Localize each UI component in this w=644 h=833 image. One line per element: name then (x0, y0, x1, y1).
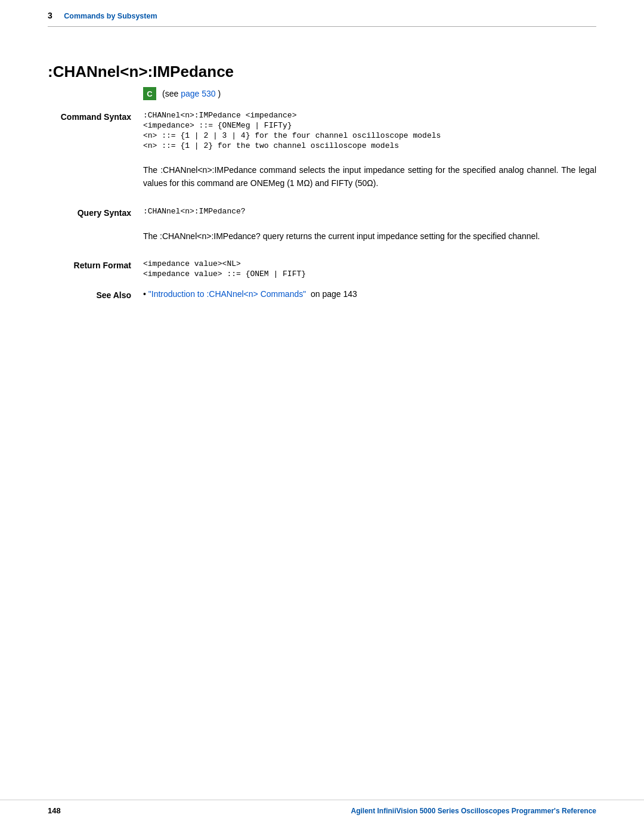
query-syntax-content: :CHANnel<n>:IMPedance? (143, 207, 596, 217)
page-footer: 148 Agilent InfiniiVision 5000 Series Os… (0, 800, 644, 815)
breadcrumb-section: Commands by Subsystem (64, 12, 157, 20)
syntax-line-3: <n> ::= {1 | 2 | 3 | 4} for the four cha… (143, 131, 596, 140)
page-530-link[interactable]: page 530 (181, 89, 218, 98)
return-format-content: <impedance value><NL> <impedance value> … (143, 259, 596, 280)
command-description-para: The :CHANnel<n>:IMPedance command select… (143, 163, 596, 190)
see-also-row: See Also "Introduction to :CHANnel<n> Co… (48, 289, 596, 300)
command-syntax-row: Command Syntax :CHANnel<n>:IMPedance <im… (48, 111, 596, 151)
content-area: :CHANnel<n>:IMPedance C (see page 530 ) … (0, 39, 644, 329)
breadcrumb: 3 Commands by Subsystem (0, 0, 644, 26)
see-page-text: (see page 530 ) (162, 89, 221, 98)
query-description-spacer (48, 222, 143, 224)
see-also-page-ref: on page 143 (308, 289, 357, 299)
command-description-content: The :CHANnel<n>:IMPedance command select… (143, 156, 596, 197)
see-also-item-1: "Introduction to :CHANnel<n> Commands" o… (143, 289, 596, 299)
breadcrumb-number: 3 (48, 11, 52, 20)
command-description-spacer (48, 156, 143, 157)
badge-row: C (see page 530 ) (143, 87, 596, 100)
command-title: :CHANnel<n>:IMPedance (48, 63, 596, 81)
see-also-list: "Introduction to :CHANnel<n> Commands" o… (143, 289, 596, 299)
syntax-line-4: <n> ::= {1 | 2} for the two channel osci… (143, 141, 596, 150)
query-description-row: The :CHANnel<n>:IMPedance? query returns… (48, 222, 596, 250)
return-line-1: <impedance value><NL> (143, 259, 596, 268)
syntax-line-1: :CHANnel<n>:IMPedance <impedance> (143, 111, 596, 120)
footer-title: Agilent InfiniiVision 5000 Series Oscill… (351, 807, 596, 815)
command-description-row: The :CHANnel<n>:IMPedance command select… (48, 156, 596, 197)
see-also-label: See Also (48, 289, 143, 300)
footer-page-number: 148 (48, 806, 61, 815)
see-also-link-1[interactable]: "Introduction to :CHANnel<n> Commands" (148, 289, 308, 299)
c-badge: C (143, 87, 156, 100)
query-syntax-label: Query Syntax (48, 207, 143, 218)
query-description-para: The :CHANnel<n>:IMPedance? query returns… (143, 230, 596, 243)
header-divider (48, 26, 596, 27)
page-container: 3 Commands by Subsystem :CHANnel<n>:IMPe… (0, 0, 644, 833)
query-syntax-line: :CHANnel<n>:IMPedance? (143, 207, 596, 216)
query-syntax-row: Query Syntax :CHANnel<n>:IMPedance? (48, 207, 596, 218)
command-syntax-content: :CHANnel<n>:IMPedance <impedance> <imped… (143, 111, 596, 151)
see-also-content: "Introduction to :CHANnel<n> Commands" o… (143, 289, 596, 299)
syntax-line-2: <impedance> ::= {ONEMeg | FIFTy} (143, 121, 596, 130)
return-format-row: Return Format <impedance value><NL> <imp… (48, 259, 596, 280)
query-description-content: The :CHANnel<n>:IMPedance? query returns… (143, 222, 596, 250)
command-syntax-label: Command Syntax (48, 111, 143, 122)
return-line-2: <impedance value> ::= {ONEM | FIFT} (143, 270, 596, 278)
return-format-label: Return Format (48, 259, 143, 270)
